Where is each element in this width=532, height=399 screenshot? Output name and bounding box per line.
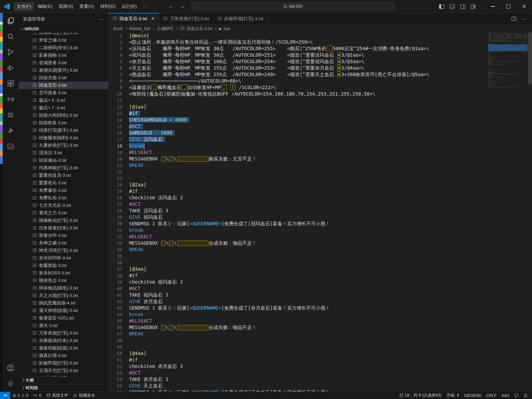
menu-item[interactable]: 文件(F) — [14, 2, 34, 11]
notifications-bell-icon[interactable] — [521, 393, 532, 398]
code-line[interactable]: 41TAKE 祖玛血石 3 — [109, 292, 488, 298]
indent-status[interactable]: 空格: 4 — [444, 393, 461, 398]
code-line[interactable]: 39checkitem 祖玛血石 3 — [109, 279, 488, 285]
file-item[interactable]: 玛雅神殿[打宝]-3.txt — [19, 164, 108, 172]
file-item[interactable]: 云顶天空[打宝]-3.txt — [19, 367, 108, 374]
code-line[interactable]: 55GIVE 天之血石 — [109, 383, 488, 389]
file-item[interactable]: 货币使者-3.txt — [19, 89, 108, 97]
file-item[interactable]: 挑战恶魔战场-4.txt — [19, 299, 108, 307]
encoding-status[interactable]: GB18030 — [462, 393, 484, 398]
file-item[interactable]: 富豪捐献-3.txt — [19, 52, 108, 59]
code-line[interactable]: 28TAKE 沃玛血石 3 — [109, 208, 488, 214]
toggle-sidebar-icon[interactable] — [439, 4, 444, 9]
file-item[interactable]: 兴隆镖局[任务]-3.txt — [19, 337, 108, 344]
code-line[interactable]: 51#if — [109, 357, 488, 363]
file-item[interactable]: 神龙沼泽[打宝]-3.txt — [19, 247, 108, 254]
file-item[interactable]: 轮回修仙-3.txt — [19, 157, 108, 164]
code-line[interactable]: 14CHECKGAMEGOLD > 4999 — [109, 117, 488, 123]
cursor-position-status[interactable]: 行 18，列 6 (已选择63) — [397, 393, 444, 398]
file-item[interactable]: 首杀BOSS-3.txt — [19, 269, 108, 277]
menu-item[interactable]: ⋯ — [140, 2, 150, 10]
customize-layout-icon[interactable] — [471, 4, 476, 9]
code-line[interactable]: 33MESSAGEBOX \\合成失败：物品不足！ — [109, 240, 488, 246]
code-line[interactable]: 3<沃玛血石 佩带·每秒HP、MP恢复 30点 /AUTOCOLOR=255> … — [109, 45, 488, 52]
code-line[interactable]: 44break — [109, 311, 488, 318]
code-line[interactable]: 37[@3aa] — [109, 266, 488, 272]
menu-item[interactable]: 查看(V) — [76, 2, 97, 11]
file-item[interactable]: 史诗封印师-3.txt — [19, 254, 108, 262]
minimap[interactable]: [@main]<防止顶药，本服游戏不出售任何药品，一律采用回血宝石代替药物！/S… — [488, 32, 528, 391]
editor-scrollbar[interactable] — [528, 32, 532, 391]
code-line[interactable]: 22 — [109, 169, 488, 175]
code-line[interactable]: 29GIVE 祖玛血石 — [109, 214, 488, 220]
file-item[interactable]: 情缘峡谷[打宝]-3.txt — [19, 217, 108, 224]
code-line[interactable]: 23 — [109, 175, 488, 182]
file-item[interactable]: 经典打宝[新手]-3.txt — [19, 127, 108, 134]
breadcrumb-item[interactable]: Market_Def — [129, 26, 150, 31]
system-file-status[interactable]: 系统文件 — [44, 393, 71, 398]
code-line[interactable]: 20MESSAGEBOX \\购买失败：元宝不足！ — [109, 156, 488, 162]
code-line[interactable]: 46MESSAGEBOX \\合成失败：物品不足！ — [109, 324, 488, 331]
file-item[interactable]: 回血宝石-3.txt — [19, 82, 108, 89]
code-line[interactable]: 8<───────────────────────/AUTOCOLOR=88>\ — [109, 78, 488, 84]
problems-status[interactable]: ⊘ 0 ⚠ 0 — [10, 393, 31, 398]
code-line[interactable]: 34BREAK — [109, 246, 488, 253]
breadcrumb-item[interactable]: Envir — [113, 26, 123, 31]
file-item[interactable]: 随身泡点-3.txt — [19, 277, 108, 284]
file-item[interactable]: 暗黑神坛[打宝]-3.txt — [19, 33, 108, 37]
code-line[interactable]: 21BREAK — [109, 162, 488, 169]
code-line[interactable]: 52checkitem 赤月血石 3 — [109, 363, 488, 370]
language-mode-status[interactable]: mir2 — [499, 393, 512, 398]
code-line[interactable]: 11 — [109, 97, 488, 104]
file-item[interactable]: 首爆奖励-3.txt — [19, 262, 108, 269]
code-line[interactable]: 1[@main] — [109, 32, 488, 39]
code-line[interactable]: 50[@4aa] — [109, 350, 488, 357]
file-item[interactable]: 屠夫-3.txt — [19, 322, 108, 329]
code-line[interactable]: 47BREAK — [109, 331, 488, 337]
sidebar-actions-icon[interactable]: ⋯ — [99, 16, 104, 22]
code-line[interactable]: 6<天之血石 佩带·每秒HP、MP恢复 155点 /AUTOCOLOR=253>… — [109, 65, 488, 71]
outline-section[interactable]: 大纲 — [19, 376, 108, 384]
code-line[interactable]: 13#if — [109, 110, 488, 117]
code-line[interactable]: 42GIVE 赤月血石 — [109, 298, 488, 305]
command-center-search[interactable]: Mir200 — [191, 2, 394, 11]
file-item[interactable]: 极品+ 7 -3.txt — [19, 104, 108, 112]
file-item[interactable]: 经验爆发[福利]-3.txt — [19, 134, 108, 142]
file-item[interactable]: 流浪汉-3.txt — [19, 149, 108, 157]
tab-close-icon[interactable]: ✕ — [151, 16, 155, 21]
menu-item[interactable]: 选择(S) — [55, 2, 76, 11]
menu-lines-icon[interactable] — [3, 107, 19, 123]
file-item[interactable]: 妖魅帝国[打宝]-3.txt — [19, 359, 108, 367]
file-item[interactable]: 任务使者[任务]-3.txt — [19, 224, 108, 232]
hidden-commands-status[interactable]: 隐藏命令 — [71, 393, 98, 398]
file-item[interactable]: 杀神之威-3.txt — [19, 239, 108, 247]
file-item[interactable]: 免费暴击-3.txt — [19, 187, 108, 194]
split-editor-icon[interactable] — [512, 17, 516, 21]
code-line[interactable]: 26checkitem 沃玛血石 3 — [109, 195, 488, 201]
file-item[interactable]: 天之大陆[打宝]-3.txt — [19, 292, 108, 299]
file-item[interactable]: 免费礼包-3.txt — [19, 194, 108, 202]
accounts-icon[interactable] — [3, 360, 19, 376]
code-line[interactable]: 15#ACT — [109, 123, 488, 130]
editor-actions-more-icon[interactable]: ⋯ — [522, 16, 527, 22]
code-line[interactable]: 49 — [109, 344, 488, 350]
code-line[interactable]: 19#ELSEACT — [109, 149, 488, 156]
code-line[interactable]: 31break — [109, 227, 488, 233]
code-line[interactable]: 12[@1aa] — [109, 104, 488, 110]
run-debug-icon[interactable] — [3, 60, 19, 76]
breadcrumb-item[interactable]: 土城NPC — [157, 26, 173, 32]
code-line[interactable]: 48 — [109, 337, 488, 344]
code-line[interactable]: 16GAMEGOLD - 5000 — [109, 130, 488, 136]
code-line[interactable]: 35 — [109, 253, 488, 259]
file-item[interactable]: 荣誉光环-3.txt — [19, 232, 108, 239]
code-line[interactable]: 9<温馨提示：佩带魔血石，自动恢复HP+MP， ！ /SCOLOR=222>\ — [109, 84, 488, 91]
file-item[interactable]: 攻城使者-3.txt — [19, 59, 108, 67]
code-editor[interactable]: 1[@main]2<防止顶药，本服游戏不出售任何药品，一律采用回血宝石代替药物！… — [109, 32, 488, 391]
code-line[interactable]: 53#ACT — [109, 370, 488, 376]
file-item[interactable]: 修真暗殿[练级]-3.txt — [19, 344, 108, 352]
menu-item[interactable]: 转到(G) — [97, 2, 119, 11]
source-control-icon[interactable] — [3, 44, 19, 60]
code-line[interactable]: 43SENDMSG 1 恭喜ぐ：玩家[<$USERNAME>]免费合成了[赤月血… — [109, 305, 488, 311]
code-line[interactable]: 32#ELSEACT — [109, 233, 488, 240]
code-line[interactable]: 45#ELSEACT — [109, 318, 488, 324]
